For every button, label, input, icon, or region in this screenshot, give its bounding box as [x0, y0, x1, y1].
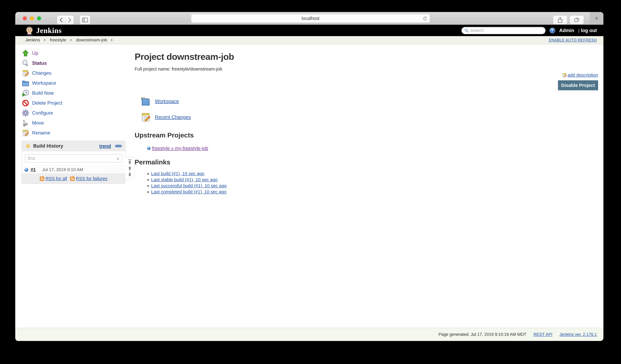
no-entry-icon [22, 99, 29, 107]
folder-icon [22, 79, 29, 87]
url-input[interactable] [191, 14, 430, 23]
sidebar-item-configure[interactable]: Configure [22, 108, 125, 118]
find-input[interactable] [25, 154, 122, 162]
zoom-window-button[interactable] [37, 16, 41, 20]
add-description-link[interactable]: add description [562, 72, 598, 78]
sidebar-item-delete-project[interactable]: Delete Project [22, 98, 125, 108]
weather-sun-icon [25, 143, 31, 149]
build-history-header: Build History trend [22, 141, 125, 151]
forward-button[interactable] [65, 16, 74, 24]
logout-link[interactable]: log out [581, 28, 597, 33]
permalinks-heading: Permalinks [135, 158, 599, 166]
permalink-item: Last stable build (#1), 10 sec ago [151, 177, 599, 183]
upstream-project-link[interactable]: freestyle » my-freestyle-job [152, 146, 208, 151]
jenkins-version-link[interactable]: Jenkins ver. 2.176.1 [560, 332, 597, 337]
build-status-ball-icon [147, 146, 151, 150]
notepad-icon [22, 129, 29, 137]
plus-icon: + [595, 14, 599, 22]
breadcrumb: Jenkins freestyle downstream-job ENABLE … [15, 36, 604, 44]
chevron-right-icon [111, 39, 113, 41]
help-icon[interactable]: ? [550, 28, 555, 33]
header-right: ? Admin | log out [462, 27, 597, 34]
breadcrumb-item-freestyle[interactable]: freestyle [50, 37, 66, 42]
gear-icon [22, 109, 29, 117]
up-arrow-icon [22, 50, 29, 57]
workspace-row: Workspace [135, 95, 599, 108]
notepad-icon [562, 73, 567, 78]
page-footer: Page generated: Jul 17, 2019 9:10:19 AM … [15, 328, 604, 341]
traffic-lights [23, 16, 41, 20]
permalink-last-stable-build[interactable]: Last stable build (#1), 10 sec ago [151, 177, 218, 182]
workspace-link[interactable]: Workspace [155, 99, 179, 104]
trend-link[interactable]: trend [99, 143, 111, 149]
jenkins-mascot-icon [25, 26, 34, 35]
recent-changes-row: Recent Changes [135, 111, 599, 124]
logout-group: | log out [578, 28, 597, 33]
rss-icon [70, 176, 75, 181]
scroll-up-button[interactable] [127, 166, 132, 171]
permalink-item: Last completed build (#1), 10 sec ago [151, 189, 599, 195]
sidebar-item-move[interactable]: Move [22, 118, 125, 128]
search-box [462, 27, 546, 34]
permalink-item: Last build (#1), 10 sec ago [151, 171, 599, 177]
sidebar-icon [82, 17, 88, 23]
breadcrumb-item-downstream-job[interactable]: downstream-job [76, 37, 107, 42]
tabs-icon [574, 17, 579, 23]
rss-for-all-link[interactable]: RSS for all [40, 176, 67, 181]
jenkins-header: Jenkins ? Admin | log out [15, 25, 604, 36]
scroll-down-button[interactable] [127, 172, 132, 177]
sidebar-item-workspace[interactable]: Workspace [22, 78, 125, 88]
permalink-last-build[interactable]: Last build (#1), 10 sec ago [151, 171, 204, 176]
sidebar-item-build-now[interactable]: Build Now [22, 88, 125, 98]
chevron-left-icon [59, 17, 63, 23]
build-history-scroll-nav [125, 157, 134, 179]
enable-auto-refresh-link[interactable]: ENABLE AUTO REFRESH [549, 38, 597, 42]
permalinks-list: Last build (#1), 10 sec ago Last stable … [135, 171, 599, 195]
separator: | [578, 28, 580, 33]
show-tabs-button[interactable] [569, 16, 584, 24]
sidebar-item-changes[interactable]: Changes [22, 68, 125, 78]
jenkins-logo-link[interactable]: Jenkins [25, 26, 62, 35]
chevron-right-icon [44, 39, 46, 41]
back-button[interactable] [57, 16, 65, 24]
search-icon [22, 59, 29, 67]
handtruck-icon [22, 119, 29, 127]
recent-changes-link[interactable]: Recent Changes [155, 114, 191, 120]
find-clear-button[interactable]: x [117, 156, 119, 161]
clock-play-icon [22, 89, 29, 97]
folder-icon [140, 96, 151, 106]
sidebar-item-rename[interactable]: Rename [22, 128, 125, 138]
breadcrumb-item-jenkins[interactable]: Jenkins [25, 37, 40, 42]
browser-titlebar: + [15, 12, 604, 25]
rest-api-link[interactable]: REST API [534, 332, 552, 337]
sidebar-item-status[interactable]: Status [22, 58, 125, 68]
upstream-projects-heading: Upstream Projects [135, 131, 599, 139]
address-bar[interactable] [191, 14, 430, 23]
page-generated-text: Page generated: Jul 17, 2019 9:10:19 AM … [438, 332, 526, 337]
minimize-window-button[interactable] [30, 16, 34, 20]
sidebar-toggle-button[interactable] [80, 16, 90, 24]
search-input[interactable] [470, 28, 543, 33]
close-window-button[interactable] [23, 16, 27, 20]
reload-icon[interactable] [423, 16, 428, 21]
build-date: Jul 17, 2019 9:10 AM [42, 167, 83, 172]
permalink-last-completed-build[interactable]: Last completed build (#1), 10 sec ago [151, 189, 226, 194]
chevron-right-icon [70, 39, 72, 41]
rss-for-failures-link[interactable]: RSS for failures [70, 176, 107, 181]
sidebar-item-up[interactable]: Up [22, 48, 125, 58]
notepad-icon [22, 69, 29, 77]
admin-user-link[interactable]: Admin [559, 28, 574, 33]
browser-window: + Jenkins ? Admin | log out [15, 12, 604, 341]
search-icon [464, 28, 469, 33]
build-history-find: x [22, 151, 125, 166]
build-status-ball-icon[interactable] [24, 168, 28, 172]
trend-sparkline-icon[interactable] [115, 145, 122, 147]
scroll-to-top-button[interactable] [127, 159, 132, 164]
notepad-icon [140, 112, 151, 122]
build-number-link[interactable]: #1 [31, 167, 36, 172]
permalink-last-successful-build[interactable]: Last successful build (#1), 10 sec ago [151, 183, 227, 188]
share-button[interactable] [553, 16, 567, 24]
new-tab-button[interactable]: + [590, 12, 604, 24]
share-icon [557, 17, 563, 23]
disable-project-button[interactable]: Disable Project [558, 80, 598, 90]
